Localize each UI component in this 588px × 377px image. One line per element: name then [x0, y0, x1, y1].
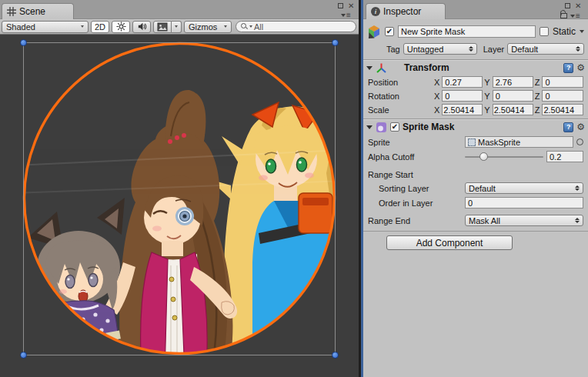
sprite-mask-enabled-checkbox[interactable] — [390, 122, 399, 132]
draw-mode-dropdown[interactable]: Shaded — [2, 21, 89, 33]
rotation-z-field[interactable]: 0 — [542, 90, 583, 102]
range-start-label: Range Start — [368, 170, 413, 179]
cube-icon[interactable] — [367, 25, 381, 38]
speaker-icon — [137, 22, 147, 32]
selection-handle-top-left[interactable] — [20, 39, 27, 46]
scale-row: Scale X2.50414 Y2.50414 Z2.50414 — [363, 103, 588, 116]
info-icon: i — [371, 7, 380, 16]
tag-dropdown[interactable]: Untagged — [403, 43, 477, 55]
sprite-object-field[interactable]: MaskSprite — [465, 136, 573, 148]
maximize-icon[interactable] — [338, 3, 343, 8]
slider-thumb[interactable] — [479, 152, 488, 161]
order-in-layer-field[interactable]: 0 — [465, 197, 583, 209]
2d-toggle-button[interactable]: 2D — [91, 21, 109, 33]
position-y-field[interactable]: 2.76 — [493, 76, 533, 88]
gameobject-header-row: New Sprite Mask Static — [363, 24, 588, 39]
scale-x-field[interactable]: 2.50414 — [442, 104, 483, 115]
sprite-row: Sprite MaskSprite — [363, 135, 588, 148]
static-checkbox[interactable] — [540, 27, 549, 36]
help-icon[interactable]: ? — [563, 122, 573, 132]
sun-icon — [116, 22, 126, 32]
audio-toggle-button[interactable] — [132, 21, 151, 33]
position-x-field[interactable]: 0.27 — [442, 76, 483, 88]
sprite-mask-icon — [376, 122, 387, 133]
sprite-label: Sprite — [368, 138, 462, 147]
help-icon[interactable]: ? — [563, 63, 573, 73]
tab-inspector[interactable]: i Inspector — [366, 3, 446, 19]
range-end-dropdown[interactable]: Mask All — [465, 215, 583, 226]
gizmos-label: Gizmos — [189, 22, 217, 32]
scale-y-field[interactable]: 2.50414 — [493, 104, 533, 115]
sprite-thumbnail-icon — [468, 138, 476, 146]
grid-icon — [7, 7, 16, 16]
panel-menu-icon[interactable]: ≡ — [570, 13, 580, 19]
gameobject-name-value: New Sprite Mask — [401, 27, 465, 36]
tab-scene[interactable]: Scene — [2, 3, 74, 19]
gameobject-enabled-checkbox[interactable] — [385, 27, 394, 36]
lighting-toggle-button[interactable] — [112, 21, 130, 33]
close-icon[interactable]: ✕ — [348, 3, 354, 9]
tag-value: Untagged — [407, 45, 444, 54]
gear-icon[interactable]: ⚙ — [576, 63, 585, 72]
add-component-button[interactable]: Add Component — [386, 235, 513, 250]
gameobject-name-field[interactable]: New Sprite Mask — [398, 25, 536, 38]
alpha-cutoff-row: Alpha Cutoff 0.2 — [363, 150, 588, 163]
sorting-layer-row: Sorting Layer Default — [363, 182, 588, 195]
gear-icon[interactable]: ⚙ — [576, 122, 585, 132]
axis-z-label: Z — [535, 105, 540, 115]
sprite-value: MaskSprite — [478, 138, 520, 147]
foldout-icon[interactable] — [366, 125, 373, 129]
transform-axes-icon — [376, 62, 387, 74]
transform-title: Transform — [404, 62, 449, 73]
order-in-layer-row: Order in Layer 0 — [363, 196, 588, 209]
selection-rect — [23, 42, 336, 355]
search-icon — [241, 23, 248, 30]
scene-tab-label: Scene — [19, 6, 45, 17]
maximize-icon[interactable] — [565, 3, 570, 8]
tag-layer-row: Tag Untagged Layer Default — [363, 42, 588, 55]
unity-editor-window: Scene ✕ ≡ Shaded 2D — [0, 0, 588, 377]
alpha-cutoff-label: Alpha Cutoff — [368, 152, 462, 162]
tag-label: Tag — [386, 45, 400, 54]
selection-handle-top-right[interactable] — [332, 39, 339, 46]
foldout-icon[interactable] — [366, 66, 373, 70]
axis-x-label: X — [434, 78, 439, 87]
scene-viewport[interactable] — [0, 35, 359, 377]
rotation-x-field[interactable]: 0 — [442, 90, 483, 102]
alpha-cutoff-slider[interactable] — [465, 151, 543, 162]
effects-dropdown-arrow[interactable] — [172, 21, 182, 33]
2d-label: 2D — [95, 22, 105, 32]
rotation-y-field[interactable]: 0 — [493, 90, 533, 102]
panel-menu-icon[interactable]: ≡ — [341, 12, 351, 18]
rotation-label: Rotation — [368, 92, 433, 101]
sorting-layer-label: Sorting Layer — [379, 184, 462, 193]
axis-y-label: Y — [484, 92, 489, 101]
sorting-layer-value: Default — [469, 184, 496, 193]
sprite-mask-header[interactable]: Sprite Mask ? ⚙ — [363, 119, 588, 134]
position-z-field[interactable]: 0 — [542, 76, 583, 88]
static-dropdown-arrow-icon[interactable] — [580, 30, 584, 33]
selection-handle-bottom-right[interactable] — [332, 352, 339, 359]
scale-z-field[interactable]: 2.50414 — [542, 104, 583, 115]
alpha-cutoff-value-field[interactable]: 0.2 — [546, 151, 583, 162]
close-icon[interactable]: ✕ — [575, 3, 581, 9]
scene-panel-controls: ✕ ≡ — [335, 2, 356, 18]
scene-search-input[interactable]: All — [236, 21, 356, 32]
axis-x-label: X — [434, 92, 439, 101]
range-end-label: Range End — [368, 216, 462, 225]
sorting-layer-dropdown[interactable]: Default — [465, 182, 583, 194]
transform-header[interactable]: Transform ? ⚙ — [363, 60, 588, 75]
position-label: Position — [368, 78, 433, 87]
gizmos-dropdown[interactable]: Gizmos — [184, 21, 232, 33]
lock-icon[interactable] — [560, 13, 567, 18]
rotation-row: Rotation X0 Y0 Z0 — [363, 89, 588, 102]
selection-handle-bottom-left[interactable] — [20, 352, 27, 359]
order-in-layer-label: Order in Layer — [379, 199, 462, 208]
effects-toggle-button[interactable] — [153, 21, 172, 33]
effects-button-group — [153, 21, 182, 33]
search-filter-arrow-icon[interactable] — [249, 25, 252, 28]
inspector-panel: i Inspector ✕ ≡ — [363, 0, 588, 377]
scale-label: Scale — [368, 105, 433, 115]
object-picker-icon[interactable] — [576, 138, 583, 145]
layer-dropdown[interactable]: Default — [507, 43, 584, 55]
